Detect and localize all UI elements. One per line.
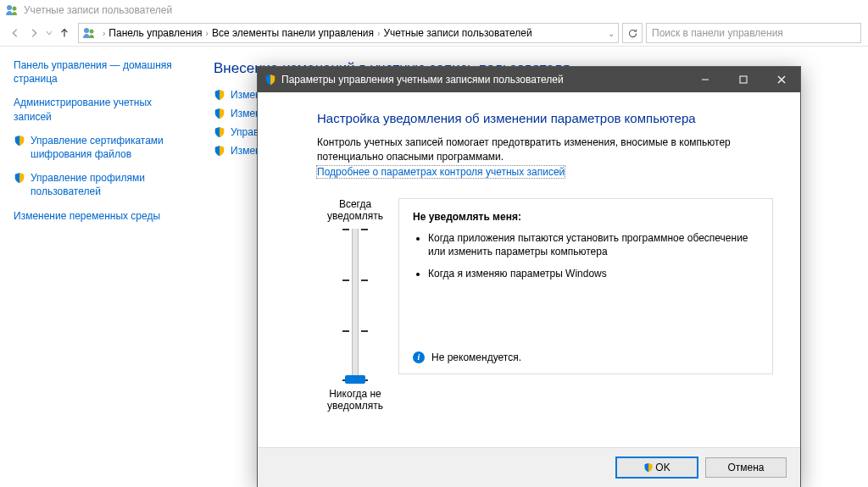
svg-point-3 xyxy=(90,30,94,34)
shield-icon xyxy=(643,462,654,473)
maximize-button[interactable] xyxy=(724,67,762,92)
dialog-description: Контроль учетных записей помогает предот… xyxy=(317,136,773,164)
chevron-right-icon: › xyxy=(103,29,105,38)
shield-icon xyxy=(14,172,25,184)
dialog-title: Параметры управления учетными записями п… xyxy=(281,74,564,86)
svg-point-2 xyxy=(84,28,89,33)
minimize-button[interactable] xyxy=(686,67,724,92)
sidebar: Панель управления — домашняя страница Ад… xyxy=(0,47,197,487)
shield-icon xyxy=(214,89,225,101)
slider-label-bottom: Никогда не уведомлять xyxy=(317,388,393,412)
learn-more-link[interactable]: Подробнее о параметрах контроля учетных … xyxy=(317,166,565,178)
window-titlebar: Учетные записи пользователей xyxy=(0,0,868,20)
breadcrumb-root[interactable]: Панель управления xyxy=(108,27,202,39)
info-icon: i xyxy=(413,351,425,363)
search-placeholder: Поиск в панели управления xyxy=(652,27,783,39)
sidebar-item-certificates[interactable]: Управление сертификатами шифрования файл… xyxy=(14,134,183,161)
dialog-titlebar[interactable]: Параметры управления учетными записями п… xyxy=(258,67,800,92)
svg-point-1 xyxy=(13,7,17,11)
uac-slider[interactable] xyxy=(352,229,359,381)
search-input[interactable]: Поиск в панели управления xyxy=(646,23,861,43)
svg-point-0 xyxy=(7,5,12,10)
sidebar-item-home[interactable]: Панель управления — домашняя страница xyxy=(14,58,183,86)
detail-bullet: Когда я изменяю параметры Windows xyxy=(428,267,759,280)
dialog-footer: OK Отмена xyxy=(258,447,800,487)
shield-icon xyxy=(214,126,225,138)
svg-rect-5 xyxy=(740,76,747,83)
users-icon xyxy=(82,26,96,40)
breadcrumb-mid[interactable]: Все элементы панели управления xyxy=(212,27,374,39)
slider-thumb[interactable] xyxy=(345,375,365,384)
shield-icon xyxy=(264,74,276,86)
sidebar-item-env-vars[interactable]: Изменение переменных среды xyxy=(14,209,183,223)
uac-dialog: Параметры управления учетными записями п… xyxy=(257,66,801,487)
users-icon xyxy=(5,3,19,17)
up-button[interactable] xyxy=(56,25,73,42)
dialog-heading: Настройка уведомления об изменении парам… xyxy=(317,111,773,125)
sidebar-item-admin-accounts[interactable]: Администрирование учетных записей xyxy=(14,96,183,123)
ok-button[interactable]: OK xyxy=(615,457,698,479)
window-title: Учетные записи пользователей xyxy=(24,4,172,16)
shield-icon xyxy=(14,135,25,147)
chevron-down-icon[interactable]: ⌄ xyxy=(608,29,615,38)
sidebar-item-profiles[interactable]: Управление профилями пользователей xyxy=(14,171,183,198)
slider-detail-box: Не уведомлять меня: Когда приложения пыт… xyxy=(398,198,773,374)
forward-button[interactable] xyxy=(25,25,42,42)
chevron-right-icon: › xyxy=(377,29,380,38)
detail-bullet: Когда приложения пытаются установить про… xyxy=(428,231,759,258)
recent-button[interactable] xyxy=(44,25,54,42)
refresh-button[interactable] xyxy=(622,23,643,43)
chevron-right-icon: › xyxy=(206,29,209,38)
toolbar: › Панель управления › Все элементы панел… xyxy=(0,20,868,47)
slider-label-top: Всегда уведомлять xyxy=(317,198,393,222)
shield-icon xyxy=(214,108,225,119)
cancel-button[interactable]: Отмена xyxy=(705,457,787,478)
breadcrumb[interactable]: › Панель управления › Все элементы панел… xyxy=(78,23,619,43)
detail-title: Не уведомлять меня: xyxy=(413,211,759,223)
close-button[interactable] xyxy=(762,67,800,92)
shield-icon xyxy=(214,145,225,157)
recommendation-text: Не рекомендуется. xyxy=(431,351,521,363)
back-button[interactable] xyxy=(7,25,24,42)
breadcrumb-leaf[interactable]: Учетные записи пользователей xyxy=(383,27,531,39)
